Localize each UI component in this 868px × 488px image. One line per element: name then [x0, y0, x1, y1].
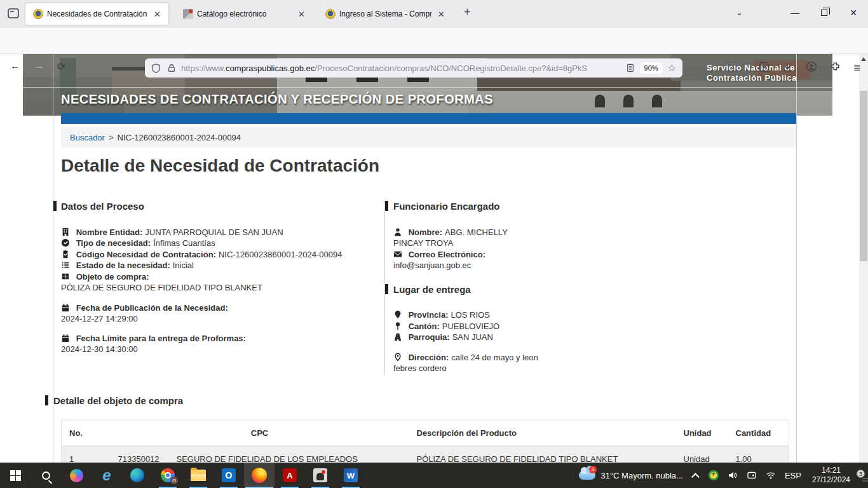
field-provincia: Provincia:LOS RIOS: [393, 309, 796, 321]
field-correo-value: info@sanjuan.gob.ec: [393, 260, 796, 271]
clock[interactable]: 14:21 27/12/2024: [812, 466, 850, 485]
list-icon: [61, 261, 70, 269]
cast-icon[interactable]: [747, 470, 757, 480]
tray-chevron-icon[interactable]: [694, 473, 700, 478]
folder-icon: [191, 470, 206, 481]
container-border-right: [796, 54, 797, 463]
section-marker: [53, 201, 57, 211]
weather-condition: Mayorm. nubla...: [621, 471, 683, 480]
pocket-icon[interactable]: [759, 62, 770, 75]
java-app-button[interactable]: [305, 463, 336, 488]
col-no: No.: [62, 420, 111, 446]
col-descripcion: Descripción del Producto: [409, 420, 676, 446]
field-codigo: Código Necesidad de Contratación:NIC-126…: [61, 249, 381, 261]
navigation-toolbar: ← → ⟳ https://www.compraspublicas.gob.ec…: [0, 27, 868, 54]
copilot-button[interactable]: [61, 463, 92, 488]
account-icon[interactable]: [806, 61, 817, 75]
url-text: https://www.compraspublicas.gob.ec/Proce…: [181, 64, 620, 73]
col-cpc: CPC: [111, 420, 409, 446]
road-icon: [393, 332, 402, 341]
map-pin-icon: [393, 322, 402, 330]
weather-temp: 31°C: [600, 471, 619, 480]
taskbar-search-button[interactable]: [31, 463, 61, 488]
new-tab-icon[interactable]: +: [464, 6, 471, 19]
volume-icon[interactable]: [728, 470, 738, 480]
system-tray: 1 31°C Mayorm. nubla... ESP 14:21 27/12/…: [579, 463, 868, 488]
field-tipo-necesidad: Tipo de necesidad:Ínfimas Cuantías: [61, 238, 381, 249]
scroll-up-icon[interactable]: [861, 57, 866, 61]
outlook-button[interactable]: O: [214, 463, 244, 488]
downloads-icon[interactable]: [782, 62, 793, 75]
antivirus-icon[interactable]: [709, 470, 719, 480]
word-button[interactable]: W: [336, 463, 366, 488]
reload-icon[interactable]: ⟳: [57, 60, 65, 72]
lock-icon[interactable]: [167, 64, 176, 72]
vertical-scrollbar[interactable]: [859, 54, 868, 463]
search-icon: [42, 471, 50, 480]
language-indicator[interactable]: ESP: [785, 471, 801, 480]
field-nombre: Nombre:ABG. MICHELLY PINCAY TROYA: [393, 227, 539, 249]
bookmark-star-icon[interactable]: ☆: [668, 62, 676, 74]
page-title: Detalle de Necesidad de Contratación: [61, 156, 379, 176]
wifi-icon[interactable]: [766, 470, 776, 480]
field-direccion: Dirección:calle 24 de mayo y leon febres…: [393, 352, 539, 374]
start-button[interactable]: [0, 463, 31, 488]
table-icon: [61, 272, 70, 281]
close-window-icon[interactable]: ✕: [839, 0, 868, 25]
zoom-level-badge[interactable]: 90%: [640, 62, 663, 74]
field-fecha-limite-label: Fecha Límite para la entrega de Proforma…: [61, 333, 381, 344]
field-fecha-publicacion-label: Fecha de Publicación de la Necesidad:: [61, 302, 381, 314]
outlook-icon: O: [222, 468, 236, 482]
tab-close-icon[interactable]: ✕: [151, 10, 163, 19]
firefox-view-icon[interactable]: [6, 6, 22, 22]
tab-close-icon[interactable]: ✕: [295, 10, 308, 19]
field-objeto-value: PÓLIZA DE SEGURO DE FIDELIDAD TIPO BLANK…: [61, 282, 381, 294]
col-cantidad: Cantidad: [728, 420, 789, 446]
tab-strip: Necesidades de Contratación y ✕ Catálogo…: [0, 0, 868, 27]
ecuador-favicon: [33, 9, 43, 19]
person-icon: [393, 227, 402, 236]
map-marker-icon: [393, 310, 402, 319]
tab-title: Catálogo electrónico: [197, 10, 292, 18]
breadcrumb-current: NIC-1260023860001-2024-00094: [118, 133, 241, 142]
scrollbar-thumb[interactable]: [860, 91, 867, 261]
detalle-table: No. CPC Descripción del Producto Unidad …: [61, 419, 789, 463]
back-icon[interactable]: ←: [10, 60, 20, 72]
tab-close-icon[interactable]: ✕: [435, 10, 447, 19]
extensions-icon[interactable]: [830, 62, 841, 75]
minimize-icon[interactable]: —: [780, 0, 810, 25]
windows-logo-icon: [10, 470, 21, 481]
catalogo-favicon: [183, 9, 193, 19]
breadcrumb-link-buscador[interactable]: Buscador: [70, 133, 105, 142]
tab-list-chevron-icon[interactable]: ⌄: [736, 8, 743, 17]
tab-catalogo[interactable]: Catálogo electrónico ✕: [175, 3, 313, 25]
forward-icon[interactable]: →: [34, 60, 44, 72]
field-nombre-entidad: Nombre Entidad:JUNTA PARROQUIAL DE SAN J…: [61, 227, 381, 238]
word-icon: W: [344, 468, 358, 482]
detalle-heading: Detalle del objeto de compra: [53, 395, 308, 407]
reader-mode-icon[interactable]: [626, 64, 635, 72]
restore-icon[interactable]: [810, 0, 839, 25]
field-fecha-publicacion-value: 2024-12-27 14:29:00: [61, 313, 381, 325]
table-header-row: No. CPC Descripción del Producto Unidad …: [62, 420, 789, 446]
internet-explorer-button[interactable]: e: [92, 463, 122, 488]
firefox-button[interactable]: [244, 463, 275, 488]
file-explorer-button[interactable]: [183, 463, 214, 488]
edge-button[interactable]: [122, 463, 153, 488]
building-icon: [61, 227, 70, 236]
address-bar[interactable]: https://www.compraspublicas.gob.ec/Proce…: [145, 58, 682, 78]
acrobat-button[interactable]: A: [275, 463, 305, 488]
section-heading: Datos del Proceso: [61, 201, 381, 212]
tab-ingreso[interactable]: Ingreso al Sistema - Compras P ✕: [318, 3, 452, 25]
section-marker: [45, 395, 48, 405]
chrome-button[interactable]: G: [153, 463, 183, 488]
menu-icon[interactable]: ≡: [853, 62, 860, 75]
internet-explorer-icon: e: [102, 469, 111, 482]
tab-necesidades[interactable]: Necesidades de Contratación y ✕: [25, 3, 168, 25]
col-unidad: Unidad: [676, 420, 728, 446]
envelope-icon: [393, 250, 402, 259]
shield-icon[interactable]: [151, 64, 161, 73]
section-marker: [385, 201, 388, 211]
weather-widget[interactable]: 1 31°C Mayorm. nubla...: [579, 471, 683, 480]
blue-divider-bar: [61, 113, 796, 124]
